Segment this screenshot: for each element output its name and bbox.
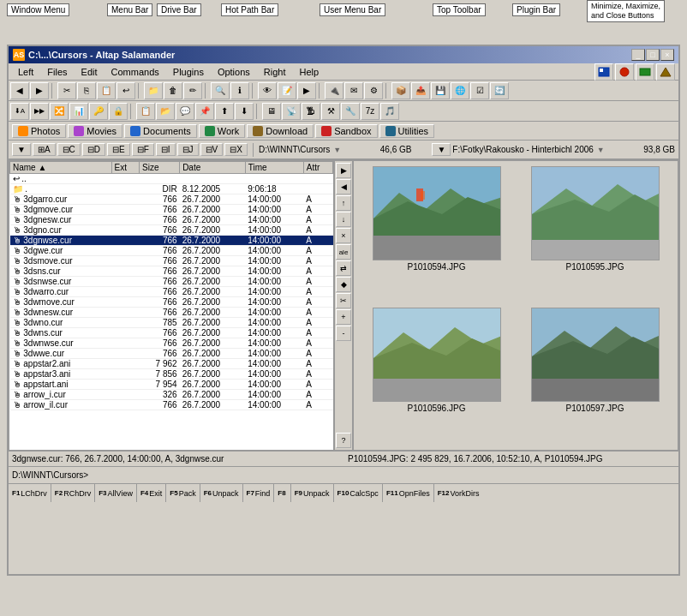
table-row[interactable]: 🖱 appstart.ani7 95426.7.200014:00:00A xyxy=(10,380,333,390)
table-row[interactable]: 🖱 3dwarro.cur76626.7.200014:00:00A xyxy=(10,287,333,297)
tb-check[interactable]: ☑ xyxy=(470,82,489,99)
mid-minus[interactable]: - xyxy=(336,326,351,341)
fkey-f6[interactable]: F6Unpack xyxy=(200,484,243,502)
menu-options[interactable]: Options xyxy=(212,65,256,79)
minimize-button[interactable]: _ xyxy=(631,49,645,61)
hotpath-movies[interactable]: Movies xyxy=(68,124,122,138)
fkey-f9[interactable]: F9Unpack xyxy=(291,484,334,502)
tb-view[interactable]: 👁 xyxy=(258,82,277,99)
fkey-f11[interactable]: F11OpnFiles xyxy=(383,484,434,502)
toolbar-icon-1[interactable] xyxy=(594,63,613,81)
tb2-5[interactable]: 🔑 xyxy=(89,103,108,120)
tb-run[interactable]: ▶ xyxy=(297,82,316,99)
drive-f[interactable]: ⊟F xyxy=(132,143,154,156)
tb-edit[interactable]: 📝 xyxy=(278,82,296,99)
col-ext[interactable]: Ext xyxy=(111,162,140,174)
table-row[interactable]: 🖱 3dwwe.cur76626.7.200014:00:00A xyxy=(10,349,333,359)
col-time[interactable]: Time xyxy=(245,162,303,174)
tb-props[interactable]: ℹ xyxy=(230,82,249,99)
table-row[interactable]: 🖱 3dgarro.cur76626.7.200014:00:00A xyxy=(10,194,333,205)
fkey-f8[interactable]: F8 xyxy=(274,484,290,502)
fkey-f5[interactable]: F5Pack xyxy=(166,484,200,502)
tb-connect[interactable]: 🔌 xyxy=(325,82,344,99)
drive-d[interactable]: ⊟D xyxy=(82,143,105,156)
tb-drive[interactable]: 💾 xyxy=(431,82,450,99)
image-4[interactable] xyxy=(531,308,660,402)
tb2-12[interactable]: ⬇ xyxy=(235,103,254,120)
mid-down[interactable]: ↓ xyxy=(336,212,351,227)
menu-help[interactable]: Help xyxy=(294,65,326,79)
mid-bottom[interactable]: ? xyxy=(336,433,351,448)
toolbar-icon-4[interactable] xyxy=(656,63,675,81)
table-row[interactable]: 🖱 3dsns.cur76626.7.200014:00:00A xyxy=(10,266,333,277)
tb2-13[interactable]: 🖥 xyxy=(262,103,281,120)
tb-paste[interactable]: 📋 xyxy=(97,82,116,99)
toolbar-icon-3[interactable] xyxy=(636,63,654,81)
menu-plugins[interactable]: Plugins xyxy=(167,65,210,79)
table-row[interactable]: 🖱 3dgnwse.cur76626.7.200014:00:00A xyxy=(10,236,333,246)
drive-e[interactable]: ⊟E xyxy=(107,143,130,156)
hotpath-sandbox[interactable]: Sandbox xyxy=(315,124,377,138)
fkey-f10[interactable]: F10CalcSpc xyxy=(334,484,383,502)
tb2-4[interactable]: 📊 xyxy=(69,103,88,120)
image-1[interactable] xyxy=(373,166,501,260)
table-row[interactable]: 🖱 3dwns.cur76626.7.200014:00:00A xyxy=(10,328,333,338)
col-size[interactable]: Size xyxy=(140,162,180,174)
table-row[interactable]: 🖱 3dwno.cur78526.7.200014:00:00A xyxy=(10,318,333,328)
menu-files[interactable]: Files xyxy=(41,65,73,79)
hotpath-utilities[interactable]: Utilities xyxy=(379,124,434,138)
table-row[interactable]: 🖱 3dgwe.cur76626.7.200014:00:00A xyxy=(10,246,333,256)
tb-rename[interactable]: ✏ xyxy=(183,82,202,99)
col-attr[interactable]: Attr xyxy=(303,162,332,174)
tb-network[interactable]: 🌐 xyxy=(451,82,469,99)
tb-email[interactable]: ✉ xyxy=(344,82,363,99)
col-name[interactable]: Name ▲ xyxy=(10,162,112,174)
table-row[interactable]: 🖱 3dgno.cur76626.7.200014:00:00A xyxy=(10,225,333,236)
tb2-16[interactable]: ⚒ xyxy=(321,103,340,120)
tb2-10[interactable]: 📌 xyxy=(195,103,214,120)
tb-find[interactable]: 🔍 xyxy=(211,82,230,99)
mid-copy-left[interactable]: ◀ xyxy=(336,179,351,194)
drive-c[interactable]: ⊟C xyxy=(57,143,81,156)
dropdown-arrow-right[interactable]: ▼ xyxy=(597,146,605,154)
mid-copy-right[interactable]: ▶ xyxy=(336,163,351,178)
tb2-6[interactable]: 🔒 xyxy=(109,103,128,120)
left-panel-table[interactable]: Name ▲ Ext Size Date Time Attr ↩ ..📁 .DI… xyxy=(9,161,333,450)
menu-right[interactable]: Right xyxy=(258,65,292,79)
mid-up[interactable]: ↑ xyxy=(336,195,351,211)
toolbar-icon-2[interactable] xyxy=(615,63,634,81)
close-button[interactable]: × xyxy=(660,49,674,61)
table-row[interactable]: 🖱 3dsnwse.cur76626.7.200014:00:00A xyxy=(10,277,333,287)
tb2-8[interactable]: 📂 xyxy=(156,103,175,120)
tb2-2[interactable]: ▶▶ xyxy=(30,103,49,120)
tb2-19[interactable]: 🎵 xyxy=(380,103,399,120)
table-row[interactable]: 🖱 3dsmove.cur76626.7.200014:00:00A xyxy=(10,256,333,266)
cmd-input[interactable] xyxy=(90,470,675,480)
image-2[interactable] xyxy=(531,166,660,260)
tb-fwd[interactable]: ▶ xyxy=(30,82,49,99)
table-row[interactable]: 🖱 3dwnesw.cur76626.7.200014:00:00A xyxy=(10,308,333,318)
tb2-7[interactable]: 📋 xyxy=(136,103,155,120)
menu-edit[interactable]: Edit xyxy=(75,65,104,79)
tb-settings[interactable]: ⚙ xyxy=(364,82,383,99)
table-row[interactable]: 🖱 3dgmove.cur76626.7.200014:00:00A xyxy=(10,205,333,215)
image-3[interactable] xyxy=(373,308,501,402)
table-row[interactable]: 🖱 3dwnwse.cur76626.7.200014:00:00A xyxy=(10,338,333,349)
drive-j[interactable]: ⊟J xyxy=(177,143,199,156)
dropdown-arrow-left[interactable]: ▼ xyxy=(333,146,341,154)
maximize-button[interactable]: □ xyxy=(646,49,660,61)
menu-left[interactable]: Left xyxy=(12,65,39,79)
fkey-f4[interactable]: F4Exit xyxy=(137,484,166,502)
table-row[interactable]: 🖱 appstar2.ani7 96226.7.200014:00:00A xyxy=(10,359,333,369)
mid-sync[interactable]: ⇄ xyxy=(336,260,351,276)
tb2-18[interactable]: 7z xyxy=(361,103,379,120)
hotpath-download[interactable]: Download xyxy=(247,124,314,138)
tb2-9[interactable]: 💬 xyxy=(176,103,194,120)
image-thumb-2[interactable]: P1010595.JPG xyxy=(517,166,672,304)
tb2-14[interactable]: 📡 xyxy=(282,103,301,120)
table-row[interactable]: 📁 .DIR8.12.20059:06:18 xyxy=(10,184,333,194)
tb2-1[interactable]: ⬇A xyxy=(10,103,29,120)
drive-x[interactable]: ⊟X xyxy=(224,143,248,156)
tb-cut[interactable]: ✂ xyxy=(57,82,76,99)
hotpath-photos[interactable]: Photos xyxy=(12,124,66,138)
